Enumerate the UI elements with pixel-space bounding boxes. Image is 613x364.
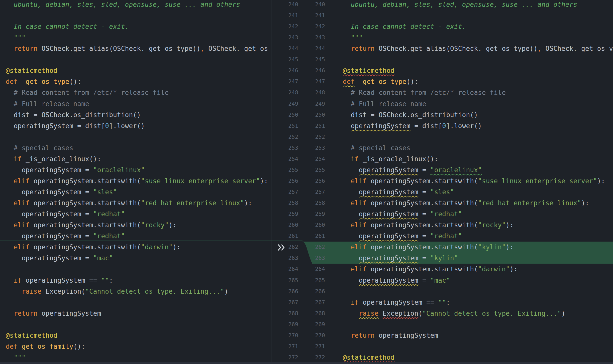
diff-insertion-line	[0, 241, 271, 241]
code-token: OSCheck._get_os_ve	[205, 45, 271, 52]
code-token: )	[224, 288, 228, 295]
code-line-right-271[interactable]	[334, 341, 613, 352]
code-line-left-253[interactable]: # special cases	[0, 142, 271, 153]
code-line-right-256[interactable]: elif operatingSystem.startswith("suse li…	[334, 175, 613, 187]
code-token: get_os_family	[22, 343, 73, 350]
code-line-left-269[interactable]	[0, 319, 271, 330]
code-line-left-263[interactable]: operatingSystem = "mac"	[0, 253, 271, 264]
code-line-right-262[interactable]: elif operatingSystem.startswith("kylin")…	[334, 242, 613, 253]
stage-hunk-chevrons-icon[interactable]	[277, 244, 286, 251]
code-line-left-266[interactable]: raise Exception("Cannot detect os type. …	[0, 286, 271, 297]
code-line-left-268[interactable]: return operatingSystem	[0, 308, 271, 319]
code-token: operatingSystem =	[6, 210, 93, 218]
code-line-right-259[interactable]: operatingSystem = "redhat"	[334, 209, 613, 220]
code-line-right-241[interactable]	[334, 10, 613, 21]
code-line-left-241[interactable]	[0, 10, 271, 21]
code-line-right-258[interactable]: elif operatingSystem.startswith("red hat…	[334, 198, 613, 209]
code-line-right-263[interactable]: operatingSystem = "kylin"	[334, 253, 613, 264]
code-line-left-259[interactable]: operatingSystem = "redhat"	[0, 209, 271, 220]
code-line-right-270[interactable]: return operatingSystem	[334, 330, 613, 341]
code-line-left-262[interactable]: elif operatingSystem.startswith("darwin"…	[0, 242, 271, 253]
code-line-right-250[interactable]: dist = OSCheck.os_distribution()	[334, 109, 613, 120]
code-line-left-257[interactable]: operatingSystem = "sles"	[0, 187, 271, 198]
code-line-right-254[interactable]: if _is_oracle_linux():	[334, 153, 613, 164]
code-line-left-265[interactable]: if operatingSystem == "":	[0, 275, 271, 286]
code-line-left-256[interactable]: elif operatingSystem.startswith("suse li…	[0, 175, 271, 187]
code-line-right-255[interactable]: operatingSystem = "oraclelinux"	[334, 164, 613, 175]
code-line-right-272[interactable]: @staticmethod	[334, 352, 613, 363]
code-line-right-267[interactable]: if operatingSystem == "":	[334, 297, 613, 308]
code-line-right-260[interactable]: elif operatingSystem.startswith("rocky")…	[334, 220, 613, 231]
code-line-left-260[interactable]: elif operatingSystem.startswith("rocky")…	[0, 220, 271, 231]
code-line-right-243[interactable]: """	[334, 32, 613, 43]
code-line-right-257[interactable]: operatingSystem = "sles"	[334, 187, 613, 198]
code-line-left-243[interactable]: """	[0, 32, 271, 43]
code-line-left-264[interactable]	[0, 264, 271, 275]
code-line-left-255[interactable]: operatingSystem = "oraclelinux"	[0, 164, 271, 175]
code-token: # special cases	[343, 144, 411, 152]
code-token	[6, 310, 14, 317]
line-number: 261	[298, 231, 325, 242]
code-token: ,	[200, 45, 205, 52]
code-token: =	[418, 254, 430, 262]
code-token	[343, 45, 351, 52]
code-token: @staticmethod	[343, 67, 394, 74]
code-line-right-248[interactable]: # Read content from /etc/*-release file	[334, 87, 613, 98]
code-token: ):	[173, 243, 181, 251]
code-line-left-244[interactable]: return OSCheck.get_alias(OSCheck._get_os…	[0, 43, 271, 54]
code-line-left-270[interactable]: @staticmethod	[0, 330, 271, 341]
code-line-right-251[interactable]: operatingSystem = dist[0].lower()	[334, 120, 613, 131]
code-line-left-252[interactable]	[0, 131, 271, 142]
code-line-right-269[interactable]	[334, 319, 613, 330]
code-line-left-267[interactable]	[0, 297, 271, 308]
code-line-right-242[interactable]: In case cannot detect - exit.	[334, 21, 613, 32]
code-line-left-271[interactable]: def get_os_family():	[0, 341, 271, 352]
code-line-right-240[interactable]: ubuntu, debian, sles, sled, opensuse, su…	[334, 0, 613, 10]
code-line-right-246[interactable]: @staticmethod	[334, 65, 613, 76]
code-line-left-240[interactable]: ubuntu, debian, sles, sled, opensuse, su…	[0, 0, 271, 10]
code-token: "mac"	[93, 254, 113, 262]
code-line-left-250[interactable]: dist = OSCheck.os_distribution()	[0, 109, 271, 120]
code-token: "suse linux enterprise server"	[478, 177, 597, 185]
code-line-left-258[interactable]: elif operatingSystem.startswith("red hat…	[0, 198, 271, 209]
code-token: ():	[406, 78, 419, 85]
code-line-left-254[interactable]: if _is_oracle_linux():	[0, 153, 271, 164]
code-line-right-244[interactable]: return OSCheck.get_alias(OSCheck._get_os…	[334, 43, 613, 54]
code-token: "rocky"	[478, 221, 506, 229]
right-code-pane[interactable]: ubuntu, debian, sles, sled, opensuse, su…	[334, 0, 613, 364]
line-number: 257	[271, 187, 298, 198]
line-number: 250	[271, 109, 298, 120]
line-number: 262	[298, 242, 325, 253]
code-token: elif	[14, 199, 30, 207]
line-number: 271	[271, 341, 298, 352]
line-number: 271	[298, 341, 325, 352]
code-token: OSCheck.get_alias(OSCheck._get_os_type()	[375, 45, 538, 52]
code-line-right-268[interactable]: raise Exception("Cannot detect os type. …	[334, 308, 613, 319]
code-line-right-249[interactable]: # Full release name	[334, 98, 613, 109]
code-line-left-247[interactable]: def _get_os_type():	[0, 76, 271, 87]
code-token: ():	[73, 343, 85, 350]
code-line-right-253[interactable]: # special cases	[334, 142, 613, 153]
horizontal-scrollbar-track[interactable]	[0, 362, 613, 364]
left-code-pane[interactable]: ubuntu, debian, sles, sled, opensuse, su…	[0, 0, 271, 364]
code-token	[6, 221, 14, 229]
code-line-right-252[interactable]	[334, 131, 613, 142]
code-line-right-266[interactable]	[334, 286, 613, 297]
code-line-left-246[interactable]: @staticmethod	[0, 65, 271, 76]
code-line-right-245[interactable]	[334, 54, 613, 65]
code-line-left-245[interactable]	[0, 54, 271, 65]
code-token: Exception(	[42, 288, 85, 295]
code-line-left-272[interactable]: """	[0, 352, 271, 363]
code-token: @staticmethod	[6, 332, 57, 339]
code-line-left-242[interactable]: In case cannot detect - exit.	[0, 21, 271, 32]
line-number: 267	[298, 297, 325, 308]
code-line-left-261[interactable]: operatingSystem = "redhat"	[0, 231, 271, 242]
code-line-right-247[interactable]: def _get_os_type():	[334, 76, 613, 87]
code-line-right-265[interactable]: operatingSystem = "mac"	[334, 275, 613, 286]
code-line-right-261[interactable]: operatingSystem = "redhat"	[334, 231, 613, 242]
code-line-left-248[interactable]: # Read content from /etc/*-release file	[0, 87, 271, 98]
code-line-right-264[interactable]: elif operatingSystem.startswith("darwin"…	[334, 264, 613, 275]
code-line-left-251[interactable]: operatingSystem = dist[0].lower()	[0, 120, 271, 131]
code-token: ):	[581, 199, 589, 207]
code-line-left-249[interactable]: # Full release name	[0, 98, 271, 109]
